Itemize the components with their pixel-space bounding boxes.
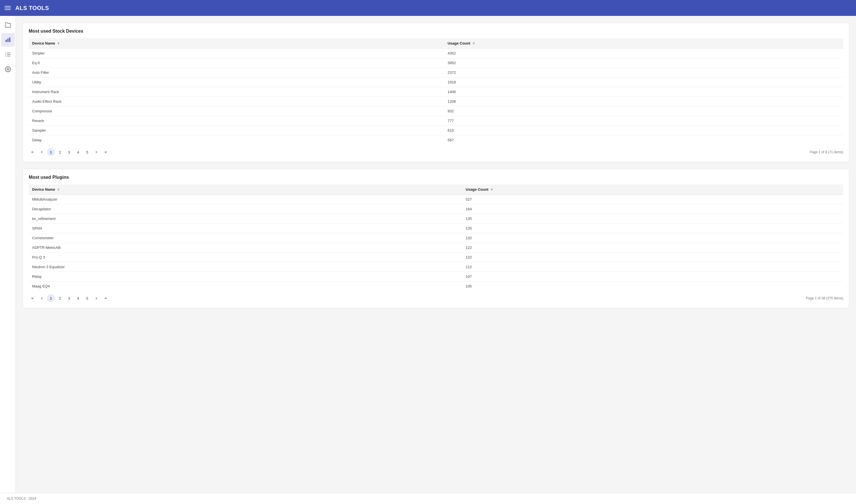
device-name-cell: Utility [29,77,444,87]
stock-devices-page-info: Page 1 of 8 (71 items) [810,150,843,154]
usage-count-cell: 4352 [444,49,843,58]
usage-count-cell: 2372 [444,68,843,77]
table-row: Audio Effect Rack 1208 [29,97,843,106]
first-page-btn[interactable] [29,148,37,156]
table-row: Sampler 610 [29,126,843,136]
table-row: Delay 567 [29,136,843,145]
table-row: Correlometer 132 [29,233,843,243]
plugins-next-page-btn[interactable] [92,294,100,302]
stock-devices-col-count: Usage Count ▼ [444,38,843,49]
plugins-last-page-btn[interactable] [101,294,109,302]
stock-devices-title: Most used Stock Devices [29,29,843,34]
svg-rect-1 [7,38,8,42]
plugins-page-3-btn[interactable]: 3 [65,294,73,302]
page-3-btn[interactable]: 3 [65,148,73,156]
sidebar-item-list[interactable] [1,48,15,61]
plugin-count-cell: 105 [462,282,843,291]
plugins-first-page-btn[interactable] [29,294,37,302]
table-row: Relay 107 [29,272,843,282]
plugin-count-cell: 122 [462,253,843,262]
device-name-cell: Auto Filter [29,68,444,77]
usage-count-filter-icon[interactable]: ▼ [472,41,476,46]
device-name-cell: Delay [29,136,444,145]
plugins-card: Most used Plugins Device Name ▼ Usage Co… [23,169,849,308]
next-page-btn[interactable] [92,148,100,156]
usage-count-cell: 1208 [444,97,843,106]
usage-count-cell: 1406 [444,87,843,97]
folder-icon [5,22,11,28]
device-name-cell: Instrument Rack [29,87,444,97]
stock-devices-card: Most used Stock Devices Device Name ▼ Us… [23,23,849,162]
plugin-count-cell: 112 [462,262,843,272]
plugins-page-1-btn[interactable]: 1 [47,294,55,302]
list-icon [5,51,11,58]
plugins-name-filter-icon[interactable]: ▼ [57,187,60,192]
stock-devices-col-name: Device Name ▼ [29,38,444,49]
table-row: Simpler 4352 [29,49,843,58]
menu-icon[interactable] [4,6,11,10]
svg-point-6 [5,53,6,53]
plugins-table: Device Name ▼ Usage Count ▼ [29,184,843,291]
stock-devices-table: Device Name ▼ Usage Count ▼ [29,38,843,145]
usage-count-cell: 932 [444,106,843,116]
sidebar-item-settings[interactable] [1,62,15,76]
svg-point-7 [5,54,6,55]
plugins-page-info: Page 1 of 38 (375 items) [806,296,843,300]
device-name-cell: Audio Effect Rack [29,97,444,106]
prev-page-btn[interactable] [38,148,46,156]
chart-icon [5,37,11,43]
page-2-btn[interactable]: 2 [56,148,64,156]
plugin-name-cell: SPAN [29,223,462,233]
usage-count-cell: 1918 [444,77,843,87]
usage-count-cell: 610 [444,126,843,136]
table-row: MMultiAnalyzer 527 [29,195,843,204]
plugins-col-name: Device Name ▼ [29,184,462,195]
table-row: SPAN 135 [29,223,843,233]
table-row: Pro-Q 3 122 [29,253,843,262]
device-name-filter-icon[interactable]: ▼ [57,41,60,46]
sidebar-item-folder[interactable] [1,18,15,32]
plugin-count-cell: 164 [462,204,843,214]
device-name-cell: Simpler [29,49,444,58]
plugin-count-cell: 527 [462,195,843,204]
device-name-cell: Compressor [29,106,444,116]
sidebar [0,16,16,493]
plugins-count-filter-icon[interactable]: ▼ [490,187,494,192]
plugins-page-controls: 1 2 3 4 5 [29,294,109,302]
topbar: ALS TOOLS [0,0,856,16]
page-5-btn[interactable]: 5 [83,148,91,156]
plugins-tbody: MMultiAnalyzer 527 Decapitator 164 bx_re… [29,195,843,291]
plugin-count-cell: 107 [462,272,843,282]
stock-devices-pagination: 1 2 3 4 5 Page 1 of 8 (71 items) [29,148,843,156]
plugins-prev-page-btn[interactable] [38,294,46,302]
sidebar-item-chart[interactable] [1,33,15,47]
table-row: Eq 8 3952 [29,58,843,68]
plugins-header-row: Device Name ▼ Usage Count ▼ [29,184,843,195]
plugin-name-cell: ADPTR MetricAB [29,243,462,253]
layout: Most used Stock Devices Device Name ▼ Us… [0,16,856,493]
table-row: Utility 1918 [29,77,843,87]
usage-count-cell: 567 [444,136,843,145]
last-page-btn[interactable] [101,148,109,156]
plugin-name-cell: Correlometer [29,233,462,243]
page-1-btn[interactable]: 1 [47,148,55,156]
stock-devices-page-controls: 1 2 3 4 5 [29,148,109,156]
plugins-page-4-btn[interactable]: 4 [74,294,82,302]
svg-rect-2 [9,37,10,42]
plugin-name-cell: Relay [29,272,462,282]
usage-count-cell: 777 [444,116,843,126]
plugin-name-cell: Pro-Q 3 [29,253,462,262]
plugin-name-cell: bx_refinement [29,214,462,223]
settings-icon [5,66,11,72]
table-row: Reverb 777 [29,116,843,126]
plugins-title: Most used Plugins [29,175,843,180]
stock-devices-header-row: Device Name ▼ Usage Count ▼ [29,38,843,49]
plugins-page-2-btn[interactable]: 2 [56,294,64,302]
table-row: Neutron 3 Equalizer 112 [29,262,843,272]
footer-text: ALS TOOLS - 2024 [7,497,36,501]
page-4-btn[interactable]: 4 [74,148,82,156]
plugins-page-5-btn[interactable]: 5 [83,294,91,302]
device-name-cell: Eq 8 [29,58,444,68]
table-row: Instrument Rack 1406 [29,87,843,97]
main-content: Most used Stock Devices Device Name ▼ Us… [16,16,856,493]
